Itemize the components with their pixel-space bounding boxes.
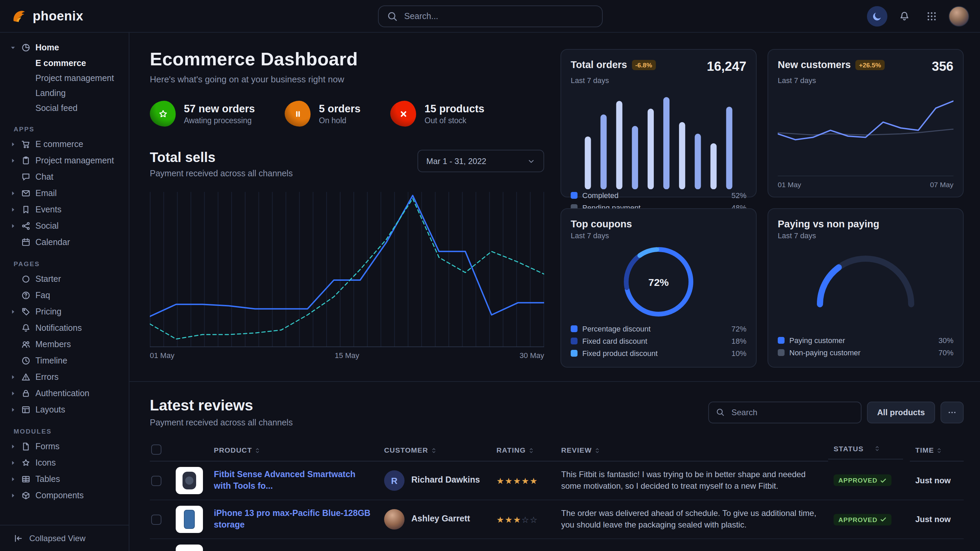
user-avatar[interactable]	[949, 6, 969, 26]
table-icon	[21, 475, 31, 484]
sidebar-item-chat[interactable]: Chat	[0, 169, 129, 185]
sidebar-item-layouts[interactable]: Layouts	[0, 402, 129, 418]
total-sells-title: Total sells	[150, 150, 293, 165]
sidebar-item-calendar[interactable]: Calendar	[0, 234, 129, 251]
sidebar-item-events[interactable]: Events	[0, 202, 129, 218]
sidebar-subitem-landing[interactable]: Landing	[0, 86, 129, 101]
chevron-right-icon	[10, 141, 16, 148]
sidebar-item-label: Authentication	[35, 389, 89, 398]
card-period: Last 7 days	[778, 232, 953, 240]
reviews-search-input[interactable]	[730, 407, 854, 418]
sidebar-item-tables[interactable]: Tables	[0, 471, 129, 487]
sidebar-item-label: Pricing	[35, 307, 61, 316]
sidebar-item-authentication[interactable]: Authentication	[0, 385, 129, 402]
sidebar-item-timeline[interactable]: Timeline	[0, 353, 129, 369]
sidebar-item-icons[interactable]: Icons	[0, 455, 129, 471]
layout-icon	[21, 405, 31, 414]
brand[interactable]: phoenix	[11, 8, 129, 24]
review-time: Just now	[915, 476, 951, 485]
stat-value: 5 orders	[319, 103, 361, 115]
bell-icon	[899, 11, 910, 21]
reviews-search	[708, 401, 862, 423]
apps-grid-button[interactable]	[921, 6, 942, 26]
chevron-right-icon	[10, 443, 16, 450]
sidebar-item-label: Forms	[35, 442, 60, 451]
row-checkbox[interactable]	[151, 514, 161, 524]
column-header-status[interactable]: STATUS	[828, 438, 903, 459]
sidebar-item-label: Tables	[35, 475, 60, 484]
users-icon	[21, 340, 31, 349]
global-search-input[interactable]	[403, 11, 593, 21]
card-title: Paying vs non paying	[778, 219, 879, 229]
sidebar-item-label: Email	[35, 189, 57, 198]
sidebar-item-label: Home	[35, 43, 59, 52]
calendar-icon	[21, 238, 31, 247]
reviews-controls: All products	[708, 401, 964, 423]
stat-caption: Out of stock	[425, 116, 485, 125]
select-all-checkbox[interactable]	[151, 445, 161, 455]
product-image	[176, 467, 203, 494]
chat-icon	[21, 172, 31, 182]
sidebar-item-errors[interactable]: Errors	[0, 369, 129, 385]
reviews-table: PRODUCTCUSTOMERRATINGREVIEWSTATUSTIME Fi…	[150, 438, 964, 551]
column-header-product[interactable]: PRODUCT	[208, 438, 379, 461]
column-header-review[interactable]: REVIEW	[556, 438, 828, 461]
phoenix-logo-icon	[11, 8, 27, 24]
all-products-button[interactable]: All products	[867, 401, 935, 423]
sidebar-subitem-e-commerce[interactable]: E commerce	[0, 56, 129, 71]
stat-caption: On hold	[319, 116, 361, 125]
mail-icon	[21, 189, 31, 198]
collapse-view-button[interactable]: Collapsed View	[0, 525, 129, 551]
share-icon	[21, 221, 31, 231]
help-icon	[21, 291, 31, 300]
total-sells-chart	[150, 189, 544, 347]
date-range-select[interactable]: Mar 1 - 31, 2022	[417, 150, 544, 172]
tag-icon	[21, 307, 31, 316]
new-customers-line-chart	[778, 94, 953, 159]
notifications-button[interactable]	[894, 6, 915, 26]
total-orders-card: Total orders -6.8% 16,247 Last 7 days Co…	[560, 49, 757, 197]
sidebar-item-notifications[interactable]: Notifications	[0, 320, 129, 336]
sidebar-nav: HomeE commerceProject managementLandingS…	[0, 40, 129, 504]
chevron-right-icon	[10, 222, 16, 229]
sidebar-item-pricing[interactable]: Pricing	[0, 303, 129, 320]
sidebar-item-email[interactable]: Email	[0, 185, 129, 202]
sidebar-item-faq[interactable]: Faq	[0, 287, 129, 303]
sidebar-item-project-management[interactable]: Project management	[0, 152, 129, 169]
theme-toggle-button[interactable]	[867, 6, 888, 26]
main-content: Ecommerce Dashboard Here's what's going …	[129, 33, 980, 551]
sidebar-item-forms[interactable]: Forms	[0, 438, 129, 455]
sidebar-item-members[interactable]: Members	[0, 336, 129, 353]
chevron-right-icon	[10, 459, 16, 466]
top-coupons-card: Top coupons Last 7 days 72% Percentage d…	[560, 208, 757, 368]
sidebar-item-e-commerce[interactable]: E commerce	[0, 136, 129, 152]
card-title: Top coupons	[571, 219, 632, 229]
sidebar-item-starter[interactable]: Starter	[0, 271, 129, 287]
trend-badge: +26.5%	[855, 60, 884, 70]
x-tick: 30 May	[520, 351, 544, 359]
stat-value: 57 new orders	[184, 103, 255, 115]
sidebar-subitem-project-management[interactable]: Project management	[0, 71, 129, 86]
sidebar-item-social[interactable]: Social	[0, 218, 129, 234]
pie-icon	[21, 43, 31, 52]
product-link[interactable]: iPhone 13 pro max-Pacific Blue-128GB sto…	[214, 508, 373, 531]
customer-avatar	[384, 509, 404, 530]
sidebar-subitem-social-feed[interactable]: Social feed	[0, 101, 129, 116]
stats-row: 57 new ordersAwating processing5 ordersO…	[150, 101, 544, 127]
total-orders-value: 16,247	[707, 59, 746, 74]
sidebar-item-components[interactable]: Components	[0, 487, 129, 504]
sidebar-item-home[interactable]: Home	[0, 40, 129, 56]
rating-stars: ★★★☆☆	[496, 515, 538, 524]
row-checkbox[interactable]	[151, 475, 161, 486]
card-title: Total orders	[571, 59, 627, 70]
column-header-customer[interactable]: CUSTOMER	[379, 438, 491, 461]
product-link[interactable]: Fitbit Sense Advanced Smartwatch with To…	[214, 469, 373, 492]
column-header-rating[interactable]: RATING	[491, 438, 556, 461]
card-period: Last 7 days	[571, 76, 746, 84]
table-header-row: PRODUCTCUSTOMERRATINGREVIEWSTATUSTIME	[150, 438, 964, 461]
chevron-right-icon	[10, 390, 16, 397]
chevron-right-icon	[10, 308, 16, 315]
column-header-time[interactable]: TIME	[910, 438, 964, 461]
more-options-button[interactable]	[940, 401, 964, 423]
brand-name: phoenix	[33, 8, 83, 24]
